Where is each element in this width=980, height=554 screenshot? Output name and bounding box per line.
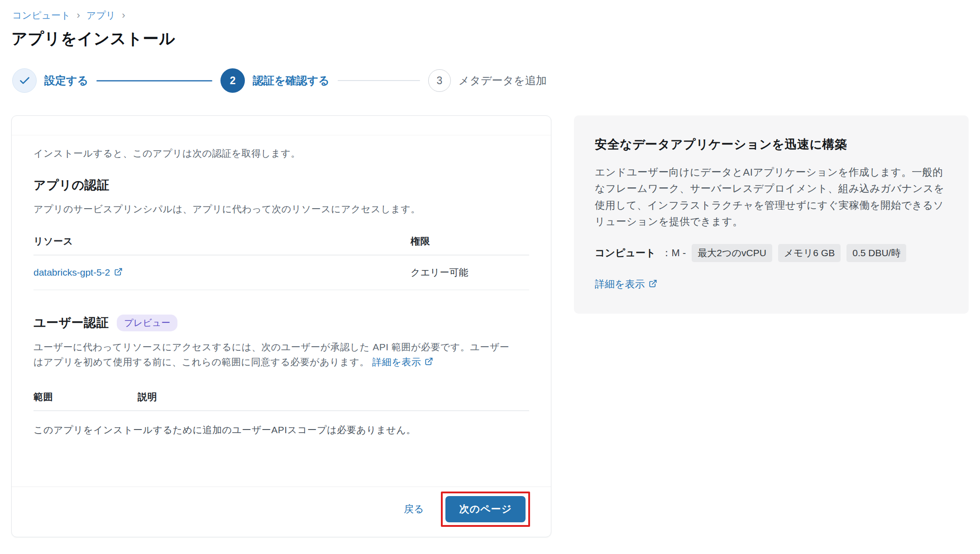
compute-label: コンピュート: [595, 246, 656, 260]
install-intro-text: インストールすると、このアプリは次の認証を取得します。: [33, 147, 529, 160]
permission-column-header: 権限: [411, 235, 529, 248]
details-link-label: 詳細を表示: [595, 277, 645, 291]
details-link-label: 詳細を表示: [372, 354, 421, 370]
external-link-icon: [649, 279, 657, 291]
wizard-footer: 戻る 次のページ: [12, 487, 551, 527]
scope-table-header: 範囲 説明: [33, 386, 529, 411]
stepper-connector-inactive: [338, 80, 420, 81]
app-auth-description: アプリのサービスプリンシパルは、アプリに代わって次のリソースにアクセスします。: [33, 201, 513, 217]
scope-column-header: 範囲: [33, 391, 138, 403]
info-details-link[interactable]: 詳細を表示: [595, 277, 657, 291]
step-verify-auth-label: 認証を確認する: [253, 73, 330, 88]
resource-table-header: リソース 権限: [33, 230, 529, 255]
breadcrumb-separator-icon: ›: [76, 10, 80, 20]
info-panel-title: 安全なデータアプリケーションを迅速に構築: [595, 136, 948, 153]
info-panel-description: エンドユーザー向けにデータとAIアプリケーションを作成します。一般的なフレームワ…: [595, 164, 948, 230]
app-auth-heading: アプリの認証: [33, 177, 529, 193]
card-divider: [12, 135, 551, 135]
scope-empty-message: このアプリをインストールするために追加のユーザーAPIスコープは必要ありません。: [33, 424, 529, 436]
resource-link-label: databricks-gpt-5-2: [33, 267, 110, 278]
install-app-page: コンピュート › アプリ › アプリをインストール 設定する 2 認証を確認する…: [0, 0, 980, 554]
stepper-connector-active: [96, 80, 212, 81]
next-page-button[interactable]: 次のページ: [445, 496, 526, 522]
step-verify-auth: 2 認証を確認する: [220, 68, 330, 93]
compute-size: M -: [672, 247, 686, 258]
info-panel: 安全なデータアプリケーションを迅速に構築 エンドユーザー向けにデータとAIアプリ…: [574, 115, 969, 314]
wizard-stepper: 設定する 2 認証を確認する 3 メタデータを追加: [11, 68, 969, 93]
user-auth-details-link[interactable]: 詳細を表示: [372, 354, 433, 370]
external-link-icon: [114, 267, 123, 278]
breadcrumb-link-apps[interactable]: アプリ: [86, 9, 115, 22]
external-link-icon: [425, 355, 433, 370]
click-annotation-box: 次のページ: [441, 492, 530, 527]
resource-link[interactable]: databricks-gpt-5-2: [33, 267, 123, 278]
user-auth-heading: ユーザー認証: [33, 315, 109, 331]
breadcrumb-separator-icon: ›: [122, 10, 125, 20]
user-auth-description: ユーザーに代わってリソースにアクセスするには、次のユーザーが承認した API 範…: [33, 339, 513, 370]
breadcrumb: コンピュート › アプリ ›: [11, 9, 969, 22]
breadcrumb-link-compute[interactable]: コンピュート: [12, 9, 70, 22]
step-2-number: 2: [220, 68, 245, 93]
compute-badge-memory: メモリ6 GB: [778, 244, 841, 262]
resource-column-header: リソース: [33, 235, 411, 248]
compute-badge-vcpu: 最大2つのvCPU: [692, 244, 772, 262]
step-add-metadata-label: メタデータを追加: [459, 73, 547, 88]
preview-badge: プレビュー: [117, 315, 177, 331]
authorization-card: インストールすると、このアプリは次の認証を取得します。 アプリの認証 アプリのサ…: [11, 115, 551, 537]
step-3-number: 3: [428, 69, 451, 92]
table-row: databricks-gpt-5-2 クエリー可能: [33, 255, 529, 290]
page-title: アプリをインストール: [11, 28, 969, 49]
step-configure-label: 設定する: [44, 73, 88, 88]
scope-table: 範囲 説明 このアプリをインストールするために追加のユーザーAPIスコープは必要…: [33, 386, 529, 436]
resource-table: リソース 権限 databricks-gpt-5-2 クエリー可能: [33, 230, 529, 290]
compute-spec-row: コンピュート：M - 最大2つのvCPU メモリ6 GB 0.5 DBU/時: [595, 244, 948, 262]
step-configure[interactable]: 設定する: [12, 68, 88, 93]
step-complete-check-icon: [12, 68, 37, 93]
compute-separator: ：: [662, 247, 672, 258]
back-button[interactable]: 戻る: [404, 502, 424, 516]
permission-value: クエリー可能: [411, 266, 529, 279]
compute-badge-dbu: 0.5 DBU/時: [846, 244, 906, 262]
description-column-header: 説明: [138, 391, 529, 403]
user-auth-description-text: ユーザーに代わってリソースにアクセスするには、次のユーザーが承認した API 範…: [33, 342, 509, 368]
step-add-metadata: 3 メタデータを追加: [428, 69, 547, 92]
